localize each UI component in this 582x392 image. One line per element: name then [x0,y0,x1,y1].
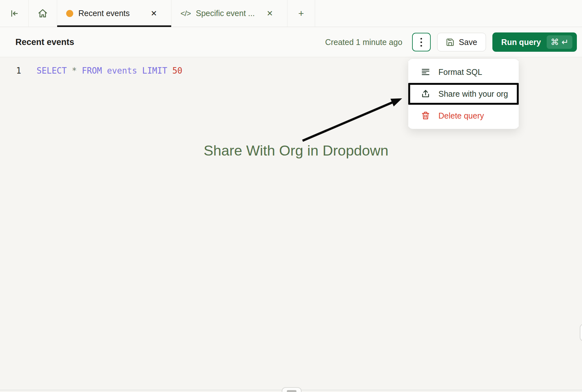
menu-item-share-with-org[interactable]: Share with your org [408,83,519,105]
home-icon [38,8,48,19]
active-tab-underline [57,25,171,27]
sql-keyword: LIMIT [142,66,167,76]
menu-item-format-sql[interactable]: Format SQL [408,61,519,83]
collapse-sidebar-button[interactable] [0,0,29,27]
sql-keyword: FROM [82,66,102,76]
tab-bar: Recent events ✕ </> Specific event ... ✕… [0,0,582,27]
created-timestamp: Created 1 minute ago [325,38,402,47]
run-query-label: Run query [501,38,541,47]
right-edge-floating-button[interactable] [580,324,582,341]
kebab-icon [420,38,422,40]
page-title: Recent events [15,37,74,47]
plus-icon: + [298,8,304,19]
trash-icon [421,111,430,120]
bottom-panel-handle[interactable] [282,387,302,392]
menu-item-label: Share with your org [438,89,508,99]
save-icon [446,38,454,47]
save-label: Save [459,38,477,47]
home-button[interactable] [29,0,57,27]
tab-label: Specific event ... [196,9,258,18]
unsaved-dot-icon [66,10,73,17]
close-icon[interactable]: ✕ [149,8,158,19]
tab-specific-event[interactable]: </> Specific event ... ✕ [172,0,287,27]
query-header: Recent events Created 1 minute ago Save … [0,27,582,57]
collapse-left-icon [9,9,19,18]
menu-item-delete-query[interactable]: Delete query [408,105,519,127]
run-query-button[interactable]: Run query ⌘ ↵ [492,32,577,52]
line-number: 1 [0,66,21,76]
options-dropdown-menu: Format SQL Share with your org Delete qu… [408,58,519,129]
handle-dash-icon [287,390,296,392]
header-actions: Created 1 minute ago Save Run query ⌘ ↵ [325,32,577,52]
sql-number: 50 [172,66,182,76]
new-tab-button[interactable]: + [287,0,315,27]
menu-item-label: Format SQL [438,67,482,77]
sql-operator: * [72,66,77,76]
save-button[interactable]: Save [437,33,486,51]
menu-item-label: Delete query [438,111,484,120]
keyboard-shortcut-badge: ⌘ ↵ [547,35,572,49]
format-sql-icon [421,67,430,76]
cmd-icon: ⌘ [551,37,559,47]
tab-label: Recent events [78,9,142,18]
close-icon[interactable]: ✕ [265,8,274,19]
return-icon: ↵ [561,37,569,47]
sql-keyword: SELECT [37,66,67,76]
annotation-text: Share With Org in Dropdown [204,142,388,159]
sql-code: SELECT*FROMeventsLIMIT50 [37,66,182,76]
code-icon: </> [181,9,191,18]
more-options-button[interactable] [412,33,431,51]
sql-identifier: events [107,66,137,76]
tab-recent-events[interactable]: Recent events ✕ [57,0,172,27]
share-upload-icon [421,89,430,98]
